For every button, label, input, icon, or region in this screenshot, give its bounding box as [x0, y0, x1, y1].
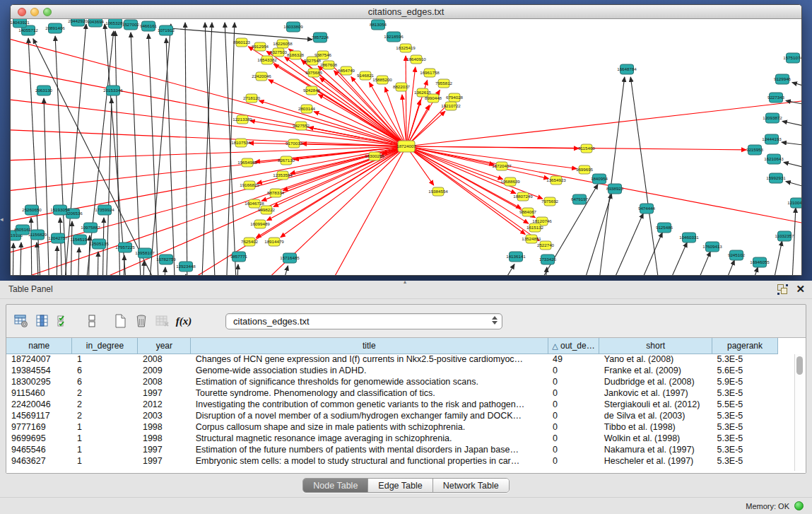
tab-node-table[interactable]: Node Table	[303, 479, 368, 492]
column-header-year[interactable]: year	[138, 338, 191, 354]
graph-node[interactable]: 15992931	[766, 173, 786, 183]
table-row[interactable]: 977716911998Corpus callosum shape and si…	[6, 421, 778, 433]
graph-node[interactable]: 8878334	[267, 189, 285, 197]
graph-node[interactable]: 12505135	[89, 239, 109, 249]
graph-node[interactable]: 9242848	[303, 86, 321, 95]
graph-node[interactable]: 19166829	[240, 181, 259, 189]
graph-node[interactable]: 14136141	[506, 252, 526, 262]
graph-node[interactable]: 15720407	[492, 162, 512, 170]
graph-node[interactable]: 11032357	[775, 231, 794, 241]
column-visibility-icon[interactable]	[33, 312, 52, 330]
new-document-icon[interactable]	[111, 312, 129, 330]
graph-node[interactable]: 10975887	[81, 223, 100, 233]
graph-node[interactable]: 2803144	[298, 105, 316, 113]
graph-node[interactable]: 17359924	[95, 205, 114, 215]
graph-node[interactable]: 13654923	[546, 176, 566, 185]
graph-node[interactable]: 9327548	[304, 57, 322, 65]
graph-node[interactable]: 8505161	[14, 225, 32, 235]
graph-node[interactable]: 10460331	[679, 233, 699, 243]
graph-node[interactable]: 12042757	[48, 233, 68, 243]
row-tools-icon[interactable]	[83, 312, 101, 330]
graph-node[interactable]: 20153346	[103, 86, 123, 95]
graph-node[interactable]: 7975692	[541, 197, 559, 206]
graph-node[interactable]: 9327503	[270, 48, 288, 57]
table-row[interactable]: 946554611997Estimation of the future num…	[6, 444, 778, 455]
close-panel-icon[interactable]: ✕	[796, 283, 805, 296]
graph-node[interactable]: 9146821	[357, 71, 375, 80]
graph-node[interactable]: 9129946	[774, 74, 792, 84]
graph-node[interactable]: 1071912	[158, 25, 175, 35]
graph-node[interactable]: 19654985	[237, 158, 257, 167]
table-row[interactable]: 1872400712008Changes of HCN gene express…	[6, 354, 778, 365]
graph-node[interactable]: 1615132	[526, 223, 544, 232]
column-header-name[interactable]: name	[6, 338, 72, 354]
graph-node[interactable]: 9227343	[767, 93, 785, 103]
graph-node[interactable]: 2718120	[243, 94, 261, 103]
graph-node[interactable]: 17957225	[115, 243, 135, 252]
table-selector-dropdown[interactable]: citations_edges.txt	[225, 313, 502, 329]
graph-node[interactable]: 2522740	[537, 241, 555, 250]
graph-node[interactable]: 16961758	[420, 69, 440, 77]
float-panel-icon[interactable]	[777, 284, 788, 295]
network-canvas[interactable]: 1872400789601238912954182260589327503818…	[11, 19, 801, 275]
graph-node[interactable]: 9427552	[293, 122, 310, 130]
graph-node[interactable]: 6794028	[446, 93, 464, 102]
table-row[interactable]: 1830029562008Estimation of significance …	[6, 376, 778, 387]
graph-node[interactable]: 16648784	[617, 64, 637, 74]
graph-node[interactable]: 9466161	[140, 21, 158, 31]
column-header-out_de[interactable]: △ out_de…	[548, 338, 599, 354]
graph-node[interactable]: 22420046	[252, 72, 271, 81]
graph-node[interactable]: 16033809	[283, 22, 303, 32]
table-row[interactable]: 911546021997Tourette syndrome. Phenomeno…	[6, 387, 778, 399]
graph-node[interactable]: 9043694	[87, 19, 105, 27]
graph-node[interactable]: 8813054	[370, 20, 387, 30]
graph-node[interactable]: 9699695	[576, 165, 594, 174]
graph-node[interactable]: 9884067	[519, 208, 537, 216]
column-header-title[interactable]: title	[191, 338, 548, 354]
graph-node[interactable]: 15716485	[280, 253, 300, 263]
graph-node[interactable]: 15885200	[372, 76, 392, 84]
graph-node[interactable]: 12923448	[176, 262, 196, 271]
graph-node[interactable]: 8267130	[278, 156, 295, 165]
graph-node[interactable]: 8960123	[233, 38, 251, 47]
graph-node[interactable]: 18724007	[396, 141, 416, 152]
graph-node[interactable]: 8990448	[425, 94, 442, 103]
table-row[interactable]: 969969511998Structural magnetic resonanc…	[6, 433, 778, 444]
table-row[interactable]: 2242004622012Investigating the contribut…	[6, 399, 778, 410]
column-header-in_degree[interactable]: in_degree	[72, 338, 138, 354]
graph-node[interactable]: 16210643	[764, 154, 784, 164]
panel-collapse-arrow[interactable]: ◂	[0, 216, 4, 223]
graph-node[interactable]: 9170033	[286, 139, 303, 148]
graph-node[interactable]: 12093872	[763, 113, 782, 123]
graph-node[interactable]: 14210722	[441, 102, 461, 110]
graph-node[interactable]: 6479197	[571, 194, 589, 204]
graph-node[interactable]: 7955812	[435, 79, 453, 88]
graph-node[interactable]: 20891406	[45, 23, 65, 33]
graph-node[interactable]: 9125486	[656, 223, 673, 233]
graph-node[interactable]: 25260650	[22, 205, 42, 215]
graph-node[interactable]: 18226058	[273, 40, 293, 48]
window-titlebar[interactable]: citations_edges.txt	[11, 5, 801, 19]
graph-node[interactable]: 10688639	[500, 177, 520, 186]
window-zoom-button[interactable]	[43, 8, 52, 16]
graph-node[interactable]: 9474444	[638, 204, 656, 214]
graph-node[interactable]: 8186328	[287, 51, 305, 59]
graph-node[interactable]: 8822037	[393, 83, 411, 91]
function-builder-icon[interactable]: f(x)	[175, 312, 193, 330]
table-settings-icon[interactable]	[12, 312, 30, 330]
graph-node[interactable]: 9498222	[258, 206, 276, 214]
graph-node[interactable]: 16782759	[156, 255, 176, 264]
graph-node[interactable]: 7625402	[241, 238, 259, 246]
graph-node[interactable]: 18807249	[513, 192, 533, 201]
window-minimize-button[interactable]	[30, 8, 39, 16]
table-scrollbar[interactable]	[794, 354, 804, 471]
graph-node[interactable]: 1733426	[539, 255, 557, 264]
graph-node[interactable]: 19384554	[428, 187, 448, 196]
graph-node[interactable]: 18640910	[406, 55, 426, 64]
graph-node[interactable]: 15751074	[783, 53, 801, 63]
graph-node[interactable]: 12100495	[787, 198, 801, 208]
graph-node[interactable]: 18107534	[231, 139, 251, 147]
graph-node[interactable]: 12213389	[233, 115, 252, 124]
graph-node[interactable]: 9857771	[230, 252, 248, 262]
graph-node[interactable]: 12444193	[762, 134, 782, 144]
